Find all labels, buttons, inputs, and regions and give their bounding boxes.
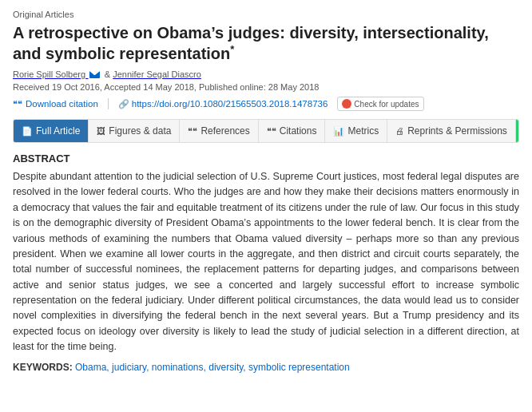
- book-icon: ❝❝: [188, 126, 197, 137]
- dates-line: Received 19 Oct 2016, Accepted 14 May 20…: [13, 82, 519, 92]
- keywords-line: KEYWORDS: Obama, judiciary, nominations,…: [13, 362, 519, 373]
- badge-red-icon: [342, 99, 351, 109]
- authors-line: Rorie Spill Solberg & Jennifer Segal Dia…: [13, 69, 519, 80]
- file-icon: 📄: [22, 126, 33, 137]
- section-label: Original Articles: [13, 10, 519, 19]
- tab-references[interactable]: ❝❝ References: [180, 120, 258, 142]
- doi-link[interactable]: 🔗 https://doi.org/10.1080/21565503.2018.…: [118, 99, 328, 109]
- author1-link[interactable]: Rorie Spill Solberg: [13, 69, 88, 80]
- quote-icon: ❝❝: [13, 99, 22, 109]
- abstract-text: Despite abundant attention to the judici…: [13, 169, 519, 355]
- image-icon: 🖼: [97, 126, 105, 136]
- abstract-label: ABSTRACT: [13, 153, 519, 164]
- download-citation-link[interactable]: ❝❝ Download citation: [13, 99, 98, 109]
- tab-metrics[interactable]: 📊 Metrics: [325, 120, 387, 142]
- tab-pdf[interactable]: 📄 PDF: [516, 120, 519, 142]
- tab-reprints[interactable]: 🖨 Reprints & Permissions: [387, 120, 516, 142]
- check-updates-badge[interactable]: Check for updates: [337, 97, 423, 111]
- tab-full-article[interactable]: 📄 Full Article: [14, 120, 89, 142]
- article-title: A retrospective on Obama’s judges: diver…: [13, 22, 519, 64]
- page-wrapper: Original Articles A retrospective on Oba…: [0, 0, 532, 386]
- tab-figures-data[interactable]: 🖼 Figures & data: [89, 120, 180, 142]
- keywords-label: KEYWORDS:: [13, 362, 73, 373]
- keywords-values[interactable]: Obama, judiciary, nominations, diversity…: [75, 362, 350, 373]
- quote-icon: ❝❝: [267, 126, 276, 137]
- divider: [108, 98, 109, 109]
- email-icon[interactable]: [89, 71, 100, 78]
- link-icon: 🔗: [118, 99, 129, 109]
- chart-icon: 📊: [333, 126, 344, 137]
- meta-row: ❝❝ Download citation 🔗 https://doi.org/1…: [13, 97, 519, 111]
- nav-tabs: 📄 Full Article 🖼 Figures & data ❝❝ Refer…: [13, 119, 519, 143]
- print-icon: 🖨: [395, 126, 404, 136]
- tab-citations[interactable]: ❝❝ Citations: [259, 120, 326, 142]
- author2-link[interactable]: Jennifer Segal Diascro: [113, 69, 201, 80]
